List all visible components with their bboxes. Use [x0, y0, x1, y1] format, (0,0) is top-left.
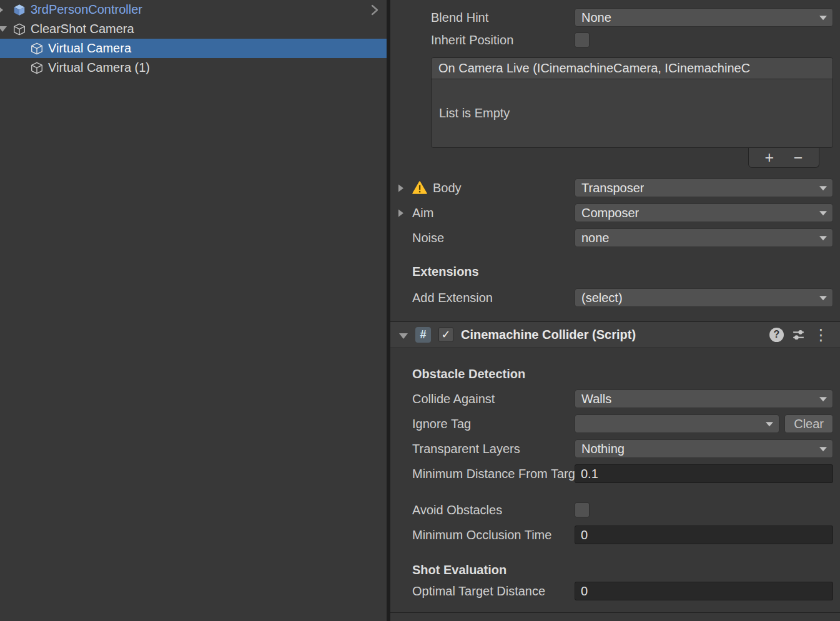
foldout-arrow-icon[interactable]	[398, 181, 403, 195]
transparent-layers-dropdown[interactable]: Nothing	[575, 439, 833, 458]
body-label: Body	[390, 181, 575, 195]
dropdown-arrow-icon	[819, 186, 827, 190]
foldout-arrow-icon[interactable]	[399, 328, 408, 342]
csharp-script-icon: #	[415, 327, 431, 343]
prefab-cube-icon	[12, 3, 26, 17]
gameobject-cube-icon	[12, 22, 26, 36]
cinemachine-collider-header[interactable]: # Cinemachine Collider (Script) ? ⋮	[390, 321, 840, 348]
inspector-panel: Blend Hint None Inherit Position On Came…	[390, 0, 840, 621]
hierarchy-item-3rdpersoncontroller[interactable]: 3rdPersonController	[0, 0, 387, 19]
ignore-tag-label: Ignore Tag	[390, 417, 575, 431]
dropdown-arrow-icon	[819, 397, 827, 401]
hierarchy-item-label: 3rdPersonController	[31, 2, 142, 17]
add-extension-label: Add Extension	[390, 291, 575, 305]
ignore-tag-row: Ignore Tag Clear	[390, 411, 840, 436]
hierarchy-item-label: ClearShot Camera	[31, 22, 134, 36]
hierarchy-item-label: Virtual Camera (1)	[48, 61, 150, 75]
blend-hint-dropdown[interactable]: None	[575, 8, 833, 27]
transparent-layers-label: Transparent Layers	[390, 442, 575, 456]
add-extension-row: Add Extension (select)	[390, 285, 840, 310]
dropdown-value: Composer	[581, 206, 639, 220]
unity-editor: 3rdPersonController ClearShot Camera	[0, 0, 840, 621]
help-icon[interactable]: ?	[769, 328, 784, 342]
foldout-arrow-icon[interactable]	[0, 0, 3, 19]
blend-hint-row: Blend Hint None	[390, 6, 840, 29]
dropdown-arrow-icon	[766, 422, 773, 426]
dropdown-value: (select)	[581, 291, 623, 305]
presets-icon[interactable]	[791, 328, 806, 342]
collide-against-row: Collide Against Walls	[390, 386, 840, 411]
warning-icon	[412, 181, 427, 195]
dropdown-arrow-icon	[819, 296, 827, 300]
shot-evaluation-heading: Shot Evaluation	[390, 561, 840, 579]
gameobject-cube-icon	[30, 61, 44, 75]
dropdown-value: Walls	[581, 392, 611, 406]
event-remove-button[interactable]: −	[790, 150, 807, 165]
minimum-occlusion-row: Minimum Occlusion Time	[390, 522, 840, 547]
prefab-open-chevron-icon[interactable]	[370, 3, 379, 17]
ignore-tag-dropdown[interactable]	[575, 414, 779, 433]
dropdown-value: None	[581, 11, 611, 25]
blend-hint-label: Blend Hint	[390, 11, 575, 25]
optimal-target-distance-input[interactable]	[575, 582, 833, 600]
kebab-menu-icon[interactable]: ⋮	[813, 327, 829, 343]
component-divider	[390, 612, 840, 614]
optimal-target-distance-row: Optimal Target Distance	[390, 579, 840, 604]
optimal-target-distance-label: Optimal Target Distance	[390, 584, 575, 599]
aim-label: Aim	[390, 206, 575, 220]
minimum-distance-input[interactable]	[575, 464, 833, 483]
dropdown-value: none	[581, 231, 610, 245]
event-list-empty-text: List is Empty	[439, 106, 510, 120]
avoid-obstacles-row: Avoid Obstacles	[390, 497, 840, 522]
clear-button[interactable]: Clear	[784, 414, 833, 433]
foldout-arrow-icon[interactable]	[398, 206, 403, 220]
hierarchy-item-clearshot-camera[interactable]: ClearShot Camera	[0, 19, 387, 39]
dropdown-value: Transposer	[581, 181, 644, 195]
collide-against-dropdown[interactable]: Walls	[575, 389, 833, 408]
event-add-button[interactable]: +	[761, 150, 778, 165]
event-list-footer: + −	[748, 148, 819, 168]
transparent-layers-row: Transparent Layers Nothing	[390, 436, 840, 461]
hierarchy-item-label: Virtual Camera	[48, 41, 131, 56]
dropdown-value: Nothing	[581, 442, 625, 456]
extensions-heading: Extensions	[390, 263, 840, 280]
dropdown-arrow-icon	[819, 211, 827, 215]
foldout-arrow-icon[interactable]	[0, 19, 7, 39]
dropdown-arrow-icon	[819, 236, 827, 240]
hierarchy-panel: 3rdPersonController ClearShot Camera	[0, 0, 387, 621]
component-title: Cinemachine Collider (Script)	[461, 328, 762, 342]
minimum-occlusion-input[interactable]	[575, 526, 833, 544]
noise-row: Noise none	[390, 225, 840, 250]
noise-dropdown[interactable]: none	[575, 228, 833, 247]
obstacle-detection-heading: Obstacle Detection	[390, 365, 840, 383]
minimum-distance-label: Minimum Distance From Target	[390, 467, 575, 481]
minimum-distance-row: Minimum Distance From Target	[390, 461, 840, 486]
dropdown-arrow-icon	[819, 447, 827, 451]
component-enabled-checkbox[interactable]	[438, 327, 453, 342]
on-camera-live-event-list: On Camera Live (ICinemachineCamera, ICin…	[390, 57, 840, 170]
inherit-position-row: Inherit Position	[390, 29, 840, 51]
inherit-position-checkbox[interactable]	[575, 32, 590, 47]
minimum-occlusion-label: Minimum Occlusion Time	[390, 528, 575, 542]
body-row: Body Transposer	[390, 175, 840, 200]
event-list-body: List is Empty	[432, 79, 833, 147]
hierarchy-item-virtual-camera-1[interactable]: Virtual Camera (1)	[0, 58, 387, 77]
collide-against-label: Collide Against	[390, 392, 575, 406]
gameobject-cube-icon	[30, 42, 44, 56]
avoid-obstacles-checkbox[interactable]	[575, 502, 590, 517]
inherit-position-label: Inherit Position	[390, 33, 575, 47]
event-list-header: On Camera Live (ICinemachineCamera, ICin…	[432, 58, 833, 79]
add-extension-dropdown[interactable]: (select)	[575, 288, 833, 307]
avoid-obstacles-label: Avoid Obstacles	[390, 503, 575, 517]
dropdown-arrow-icon	[819, 16, 827, 20]
aim-row: Aim Composer	[390, 200, 840, 225]
aim-dropdown[interactable]: Composer	[575, 203, 833, 222]
noise-label: Noise	[390, 231, 575, 245]
body-dropdown[interactable]: Transposer	[575, 178, 833, 197]
hierarchy-item-virtual-camera[interactable]: Virtual Camera	[0, 39, 387, 58]
